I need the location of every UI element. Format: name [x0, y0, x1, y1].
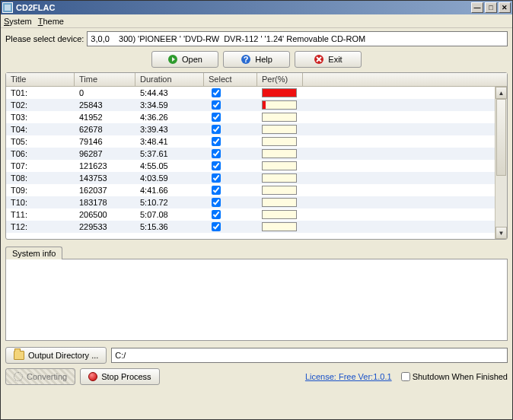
- minimize-button[interactable]: —: [471, 2, 483, 13]
- cell-title: T11:: [6, 210, 75, 219]
- cell-duration: 3:48.41: [135, 137, 204, 146]
- cell-time: 206500: [75, 210, 135, 219]
- row-select-checkbox[interactable]: [212, 210, 221, 219]
- row-select-checkbox[interactable]: [212, 137, 221, 146]
- col-title[interactable]: Title: [6, 73, 75, 86]
- cell-time: 96287: [75, 149, 135, 158]
- close-button[interactable]: ✕: [499, 2, 511, 13]
- cell-title: T05:: [6, 137, 75, 146]
- row-select-checkbox[interactable]: [212, 100, 221, 110]
- output-directory-button[interactable]: Output Directory ...: [5, 347, 107, 364]
- cell-title: T07:: [6, 161, 75, 170]
- table-row[interactable]: T08:1437534:03.59: [6, 172, 507, 184]
- app-icon: [2, 2, 13, 13]
- cell-title: T03:: [6, 113, 75, 122]
- table-row[interactable]: T01:05:44.43: [6, 87, 507, 99]
- vertical-scrollbar[interactable]: ▲ ▼: [495, 87, 507, 239]
- cell-time: 121623: [75, 161, 135, 170]
- help-button[interactable]: ? Help: [223, 51, 290, 68]
- row-select-checkbox[interactable]: [212, 113, 221, 122]
- help-icon: ?: [241, 54, 251, 65]
- cell-time: 62678: [75, 125, 135, 134]
- menu-bar: System Theme: [1, 14, 512, 28]
- table-row[interactable]: T06:962875:37.61: [6, 148, 507, 160]
- progress-bar: [262, 125, 297, 134]
- cell-title: T06:: [6, 149, 75, 158]
- shutdown-checkbox-label[interactable]: Shutdown When Finished: [401, 372, 508, 381]
- progress-bar: [262, 88, 297, 97]
- menu-theme[interactable]: Theme: [38, 17, 64, 26]
- progress-bar: [262, 186, 297, 195]
- cell-duration: 5:07.08: [135, 210, 204, 219]
- system-info-box: [5, 259, 508, 341]
- scroll-thumb[interactable]: [496, 99, 506, 176]
- row-select-checkbox[interactable]: [212, 222, 221, 231]
- gear-icon: [14, 372, 23, 381]
- row-select-checkbox[interactable]: [212, 161, 221, 170]
- scroll-up-icon[interactable]: ▲: [495, 87, 507, 99]
- progress-bar: [262, 210, 297, 219]
- output-path-input[interactable]: [111, 348, 508, 363]
- open-icon: [167, 54, 178, 65]
- cell-duration: 5:10.72: [135, 198, 204, 207]
- scroll-down-icon[interactable]: ▼: [495, 227, 507, 239]
- device-select[interactable]: [87, 31, 508, 46]
- cell-title: T12:: [6, 222, 75, 231]
- cell-time: 0: [75, 88, 135, 97]
- progress-bar: [262, 149, 297, 158]
- progress-bar: [262, 137, 297, 146]
- progress-bar: [262, 100, 297, 110]
- progress-bar: [262, 198, 297, 207]
- cell-time: 183178: [75, 198, 135, 207]
- col-select[interactable]: Select: [204, 73, 257, 86]
- cell-title: T08:: [6, 173, 75, 183]
- row-select-checkbox[interactable]: [212, 186, 221, 195]
- cell-duration: 5:44.43: [135, 88, 204, 97]
- table-row[interactable]: T10:1831785:10.72: [6, 196, 507, 208]
- exit-icon: [314, 54, 324, 65]
- row-select-checkbox[interactable]: [212, 198, 221, 207]
- table-row[interactable]: T03:419524:36.26: [6, 111, 507, 123]
- cell-duration: 5:15.36: [135, 222, 204, 231]
- progress-bar: [262, 113, 297, 122]
- row-select-checkbox[interactable]: [212, 149, 221, 158]
- stop-process-button[interactable]: Stop Process: [80, 368, 159, 385]
- menu-system[interactable]: System: [4, 17, 32, 26]
- row-select-checkbox[interactable]: [212, 88, 221, 97]
- folder-icon: [14, 351, 24, 360]
- cell-duration: 4:41.66: [135, 186, 204, 195]
- exit-button[interactable]: Exit: [295, 51, 362, 68]
- open-button[interactable]: Open: [151, 51, 218, 68]
- converting-button[interactable]: Converting: [5, 368, 75, 385]
- tab-system-info[interactable]: System info: [5, 247, 62, 259]
- cell-title: T04:: [6, 125, 75, 134]
- license-link[interactable]: License: Free Ver:1.0.1: [305, 372, 392, 381]
- table-row[interactable]: T05:791463:48.41: [6, 135, 507, 148]
- shutdown-checkbox[interactable]: [401, 372, 410, 381]
- cell-time: 41952: [75, 113, 135, 122]
- col-percent[interactable]: Per(%): [257, 73, 303, 86]
- track-table: Title Time Duration Select Per(%) T01:05…: [5, 72, 508, 240]
- table-row[interactable]: T09:1620374:41.66: [6, 184, 507, 196]
- app-window: CD2FLAC — □ ✕ System Theme Please select…: [0, 0, 513, 420]
- table-row[interactable]: T12:2295335:15.36: [6, 221, 507, 233]
- cell-time: 79146: [75, 137, 135, 146]
- cell-duration: 3:34.59: [135, 100, 204, 110]
- table-row[interactable]: T02:258433:34.59: [6, 99, 507, 111]
- cell-time: 229533: [75, 222, 135, 231]
- progress-bar: [262, 161, 297, 170]
- table-row[interactable]: T04:626783:39.43: [6, 123, 507, 135]
- title-bar: CD2FLAC — □ ✕: [1, 1, 512, 14]
- row-select-checkbox[interactable]: [212, 173, 221, 183]
- col-duration[interactable]: Duration: [135, 73, 204, 86]
- progress-bar: [262, 222, 297, 231]
- table-row[interactable]: T07:1216234:55.05: [6, 160, 507, 172]
- cell-duration: 4:36.26: [135, 113, 204, 122]
- maximize-button[interactable]: □: [485, 2, 497, 13]
- row-select-checkbox[interactable]: [212, 125, 221, 134]
- table-row[interactable]: T11:2065005:07.08: [6, 208, 507, 221]
- col-time[interactable]: Time: [75, 73, 135, 86]
- cell-duration: 5:37.61: [135, 149, 204, 158]
- window-title: CD2FLAC: [16, 3, 55, 12]
- cell-title: T09:: [6, 186, 75, 195]
